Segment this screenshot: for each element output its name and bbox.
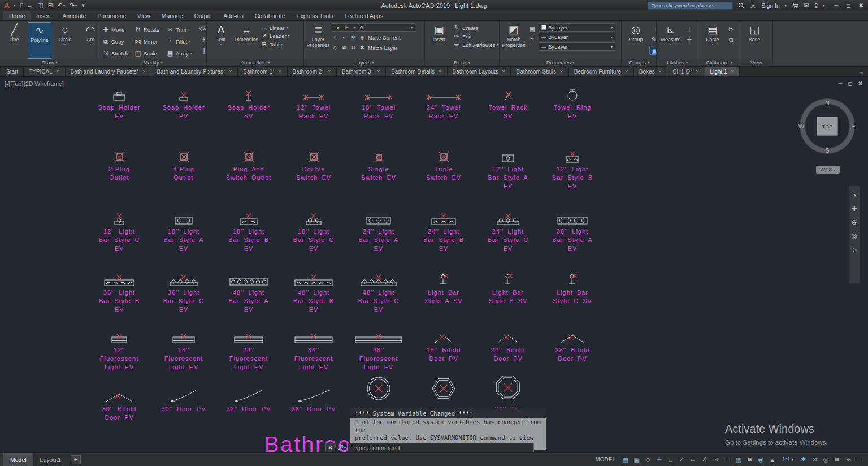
lineweight-icon[interactable]: ≡: [722, 454, 732, 465]
ribbon-tab-view[interactable]: View: [132, 11, 156, 20]
block-hexx[interactable]: [411, 374, 476, 405]
block-36-door-pv[interactable]: 36'' Door PV: [281, 374, 346, 413]
help-icon[interactable]: ?: [814, 2, 818, 9]
customization-icon[interactable]: ≣: [854, 454, 865, 465]
restore-icon[interactable]: ◻: [846, 2, 850, 8]
grid-display-icon[interactable]: ▦: [620, 454, 631, 465]
ribbon-tab-parametric[interactable]: Parametric: [92, 11, 132, 20]
infer-constraints-icon[interactable]: ◇: [643, 454, 653, 465]
ribbon-tab-manage[interactable]: Manage: [156, 11, 189, 20]
line-button[interactable]: ╱Line: [2, 22, 26, 59]
viewport-collapse-control[interactable]: [-]: [5, 80, 10, 87]
dynamic-input-icon[interactable]: ✛: [654, 454, 665, 465]
block-48-light-bar-style-a-ev[interactable]: 48'' LightBar Style AEV: [216, 265, 281, 314]
ribbon-tab-add-ins[interactable]: Add-ins: [218, 11, 249, 20]
object-color-icon[interactable]: ▩: [527, 24, 537, 33]
mirror-button[interactable]: ⋈Mirror: [134, 36, 165, 48]
polyline-button[interactable]: ∿Polyline: [28, 22, 51, 59]
close-tab-icon[interactable]: ✕: [658, 69, 662, 74]
block-32-door-pv[interactable]: 32'' Door PV: [216, 374, 281, 413]
block-4-plug-outlet[interactable]: 4-PlugOutlet: [151, 143, 216, 182]
search-icon[interactable]: [738, 2, 745, 9]
close-tab-icon[interactable]: ✕: [624, 69, 628, 74]
create-button[interactable]: ✎Create: [453, 24, 499, 32]
search-input[interactable]: [647, 1, 733, 10]
file-tab-bath-and-laundry-faucets[interactable]: Bath and Laundry Faucets*✕: [66, 67, 152, 76]
selection-cycling-icon[interactable]: ⊕: [744, 454, 755, 465]
ortho-mode-icon[interactable]: ∟: [665, 454, 676, 465]
edit-button[interactable]: ✏Edit: [453, 33, 499, 40]
command-history-icon[interactable]: ▴: [537, 445, 539, 450]
quick-select-icon[interactable]: ✛: [684, 35, 694, 44]
block-36-light-bar-style-c-ev[interactable]: 36'' LightBar Style CEV: [151, 265, 216, 314]
model-space-label[interactable]: MODEL: [592, 456, 620, 463]
plot-icon[interactable]: ⊟: [47, 2, 53, 9]
file-tab-bathroom-3[interactable]: Bathroom 3*✕: [337, 67, 386, 76]
erase-icon[interactable]: ⌫: [199, 24, 206, 33]
file-tab-bathroom-layouts[interactable]: Bathroom Layouts✕: [448, 67, 511, 76]
viewport-visual-style-control[interactable]: [2D Wireframe]: [24, 80, 64, 87]
make-current-button[interactable]: Make Current: [368, 34, 401, 41]
block-24-fluorescent-light-ev[interactable]: 24''FluorescentLight EV: [216, 324, 281, 372]
block-12-towel-rack-ev[interactable]: 12'' TowelRack EV: [281, 81, 346, 120]
copy-clip-icon[interactable]: ⧉: [726, 35, 736, 44]
pan-icon[interactable]: ✚: [851, 205, 857, 213]
close-tab-icon[interactable]: ✕: [327, 69, 331, 74]
orbit-icon[interactable]: ◎: [851, 232, 857, 240]
panel-label-clipboard[interactable]: Clipboard▾: [698, 59, 740, 66]
group-selection-icon[interactable]: ▣: [649, 46, 656, 55]
block-soap-holder-pv[interactable]: Soap HolderPV: [151, 81, 216, 120]
ribbon-tab-insert[interactable]: Insert: [31, 11, 57, 20]
fillet-button[interactable]: ◝Fillet▾: [166, 36, 197, 48]
panel-label-modify[interactable]: Modify▾: [99, 59, 206, 66]
arc-button[interactable]: ◠Arc▾: [79, 22, 99, 59]
layer-walk-icon[interactable]: ≋: [341, 45, 348, 50]
explode-icon[interactable]: ✳: [199, 35, 206, 44]
block-24-dia[interactable]: 24'' Dia: [476, 374, 540, 413]
layout-tab-model[interactable]: Model: [3, 453, 33, 466]
rotate-button[interactable]: ↻Rotate: [134, 24, 165, 36]
layer-freeze-icon[interactable]: ❄: [350, 34, 357, 40]
block-triple-switch-ev[interactable]: TripleSwitch EV: [411, 143, 476, 182]
block-30-door-pv[interactable]: 30'' Door PV: [151, 374, 216, 413]
file-tab-bathroom-stalls[interactable]: Bathroom Stalls✕: [511, 67, 568, 76]
file-tab-light-1[interactable]: Light 1✕: [705, 67, 740, 76]
ribbon-tab-express-tools[interactable]: Express Tools: [290, 11, 338, 20]
file-tab-bathroom-2[interactable]: Bathroom 2*✕: [288, 67, 337, 76]
object-snap-tracking-icon[interactable]: ∡: [699, 454, 710, 465]
block-36-light-bar-style-b-ev[interactable]: 36'' LightBar Style BEV: [87, 265, 151, 314]
block-48-fluorescent-light-ev[interactable]: 48''FluorescentLight EV: [346, 324, 411, 372]
command-line-close-icon[interactable]: ✖: [326, 443, 335, 452]
file-tab-start[interactable]: Start: [1, 67, 24, 76]
edit-attributes-button[interactable]: ✒Edit Attributes▾: [453, 41, 499, 49]
ribbon-tab-home[interactable]: Home: [3, 11, 31, 20]
new-layout-button[interactable]: +: [71, 455, 81, 464]
block-soap-holder-ev[interactable]: Soap HolderEV: [87, 81, 151, 120]
isometric-drafting-icon[interactable]: ▱: [688, 454, 698, 465]
panel-label-view[interactable]: View: [740, 59, 772, 66]
block-28-bifold-door-pv[interactable]: 28'' BifoldDoor PV: [540, 324, 605, 363]
array-button[interactable]: ▦Array▾: [166, 48, 197, 59]
help-caret-icon[interactable]: ▾: [823, 3, 824, 7]
annotation-monitor-icon[interactable]: ⊘: [809, 454, 820, 465]
block-18-light-bar-style-c-ev[interactable]: 18'' LightBar Style CEV: [281, 204, 346, 253]
panel-label-groups[interactable]: Groups▾: [622, 59, 656, 66]
close-tab-icon[interactable]: ✕: [56, 69, 60, 74]
property-combo-1[interactable]: —ByLayer▾: [539, 33, 615, 41]
stay-connected-icon[interactable]: ✉: [804, 2, 809, 9]
block-48-light-bar-style-c-ev[interactable]: 48'' LightBar Style CEV: [346, 265, 411, 314]
panel-label-properties[interactable]: Properties▾: [500, 59, 621, 66]
sign-in-button[interactable]: Sign In: [761, 2, 780, 9]
layout-tab-layout1[interactable]: Layout1: [33, 453, 68, 466]
layer-lock-icon[interactable]: ◈: [359, 34, 366, 40]
minimize-icon[interactable]: ─: [834, 2, 838, 8]
file-tab-bedroom-furniture[interactable]: Bedroom Furniture✕: [569, 67, 634, 76]
block-12-fluorescent-light-ev[interactable]: 12''FluorescentLight EV: [87, 324, 151, 372]
close-tab-icon[interactable]: ✕: [142, 69, 146, 74]
group-button[interactable]: ◎Group: [624, 22, 648, 59]
block-soap-holder-sv[interactable]: Soap HolderSV: [216, 81, 281, 120]
ribbon-tab-featured-apps[interactable]: Featured Apps: [339, 11, 389, 20]
block-2-plug-outlet[interactable]: 2-PlugOutlet: [87, 143, 151, 182]
list-icon[interactable]: ≡: [527, 35, 537, 44]
block-circlex[interactable]: [346, 374, 411, 405]
